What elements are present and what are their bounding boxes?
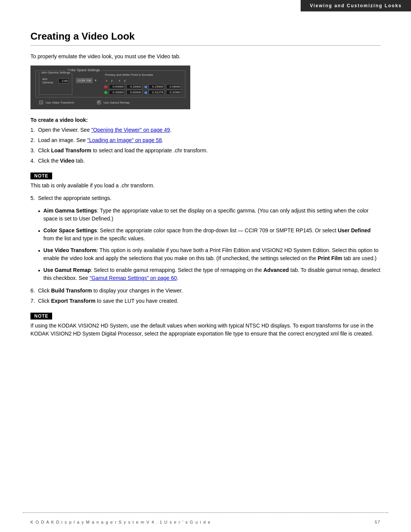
ss-r-y1: 0.33000: [126, 84, 142, 89]
bullet-use-video: Use Video Transform: This option is only…: [38, 246, 381, 262]
ss-col-x1: x: [104, 79, 109, 82]
ss-use-video-checkbox: [39, 101, 43, 104]
ss-aim-gamma-sub: Aim Gamma: [42, 77, 57, 84]
ss-arrow-g: ◀: [144, 90, 147, 94]
step1-link[interactable]: "Opening the Viewer" on page 49: [91, 127, 170, 133]
page-title: Creating a Video Look: [30, 30, 381, 42]
ss-col-y2: y: [123, 79, 127, 82]
header-title: Viewing and Customizing Looks: [310, 3, 402, 8]
step-list-5: 5. Select the appropriate settings.: [30, 194, 381, 202]
ss-checkboxes: Use Video Transform Use Gamut Remap: [35, 101, 185, 104]
ss-use-gamut-label: Use Gamut Remap: [104, 101, 129, 104]
step2-link[interactable]: "Loading an Image" on page 58: [87, 137, 162, 143]
bullet-aim-gamma: Aim Gamma Settings: Type the appropriate…: [38, 207, 381, 223]
step-3: 3. Click Load Transform to select and lo…: [30, 147, 381, 155]
header-bar: Viewing and Customizing Looks: [301, 0, 411, 11]
ss-use-gamut-checkbox: [97, 101, 101, 104]
ss-arrow-r: ◀: [144, 85, 147, 89]
ss-r-y2: 0.06000: [166, 84, 182, 89]
step-6: 6. Click Build Transform to display your…: [30, 287, 381, 295]
ss-col-y1: y: [110, 79, 114, 82]
gamut-remap-link[interactable]: "Gamut Remap Settings" on page 60: [89, 275, 177, 281]
step-list: 1. Open the Viewer. See "Opening the Vie…: [30, 126, 381, 165]
bullet-use-gamut: Use Gamut Remap: Select to enable gamut …: [38, 266, 381, 282]
to-create-heading: To create a video look:: [30, 117, 381, 123]
ss-dot-red: [104, 85, 107, 88]
step-2: 2. Load an image. See "Loading an Image"…: [30, 136, 381, 144]
footer-left: K O D A K D i s p l a y M a n a g e r S …: [30, 520, 211, 524]
note1-label: NOTE: [30, 173, 52, 179]
ss-r-x1: 0.64000: [109, 84, 125, 89]
screenshot-image: Color Space Settings Aim Gamma Settings …: [30, 66, 190, 109]
intro-paragraph: To properly emulate the video look, you …: [30, 53, 381, 59]
note2-content: If using the KODAK VISION2 HD System, us…: [30, 322, 381, 338]
ss-color-space-label: Color Space Settings: [66, 68, 102, 72]
ss-g-y2: 0.32900: [166, 90, 182, 95]
ss-dot-green: [104, 91, 107, 94]
bullet-color-space: Color Space Settings: Select the appropr…: [38, 227, 381, 243]
ss-g-x2: 0.31276: [148, 90, 164, 95]
footer-right: 57: [375, 520, 381, 524]
step-list-67: 6. Click Build Transform to display your…: [30, 287, 381, 305]
step-5: 5. Select the appropriate settings.: [30, 194, 381, 202]
footer: K O D A K D i s p l a y M a n a g e r S …: [0, 520, 411, 524]
step-4: 4. Click the Video tab.: [30, 157, 381, 165]
main-content: Creating a Video Look To properly emulat…: [0, 0, 411, 365]
ss-aim-gamma-label: Aim Gamma Settings: [41, 71, 71, 74]
ss-aim-gamma-value: 2.60: [58, 78, 69, 83]
note2-label: NOTE: [30, 313, 52, 320]
step-1: 1. Open the Viewer. See "Opening the Vie…: [30, 126, 381, 134]
ss-use-video-label: Use Video Transform: [46, 101, 74, 104]
title-rule: [30, 45, 381, 46]
ss-r-x2: 0.15000: [148, 84, 164, 89]
footer-dots: [23, 512, 388, 513]
step-7: 7. Click Export Transform to save the LU…: [30, 297, 381, 305]
ss-g-x1: 0.30000: [109, 90, 125, 95]
ss-g-y1: 0.60000: [126, 90, 142, 95]
ss-primary-label: Primary and White Point to Emulate: [76, 73, 182, 77]
note1-content: This tab is only available if you load a…: [30, 182, 381, 190]
ss-dropdown: CCIR 709: [76, 78, 92, 83]
ss-col-x2: x: [117, 79, 122, 82]
bullet-list: Aim Gamma Settings: Type the appropriate…: [38, 207, 381, 282]
